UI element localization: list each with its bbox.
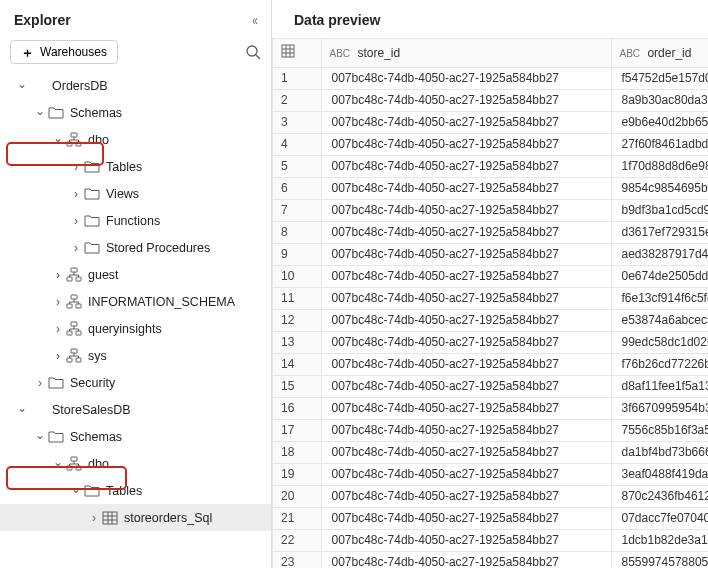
- cell-store-id[interactable]: 007bc48c-74db-4050-ac27-1925a584bb27: [321, 331, 611, 353]
- search-icon[interactable]: [245, 44, 261, 60]
- cell-order-id[interactable]: 8a9b30ac80da3860: [611, 89, 708, 111]
- row-number-cell[interactable]: 7: [273, 199, 321, 221]
- cell-order-id[interactable]: f6e13cf914f6c5fdc: [611, 287, 708, 309]
- row-number-cell[interactable]: 21: [273, 507, 321, 529]
- row-number-cell[interactable]: 12: [273, 309, 321, 331]
- row-number-cell[interactable]: 1: [273, 67, 321, 89]
- table-row[interactable]: 21007bc48c-74db-4050-ac27-1925a584bb2707…: [273, 507, 708, 529]
- cell-store-id[interactable]: 007bc48c-74db-4050-ac27-1925a584bb27: [321, 133, 611, 155]
- row-number-cell[interactable]: 10: [273, 265, 321, 287]
- cell-order-id[interactable]: 7556c85b16f3a5e8: [611, 419, 708, 441]
- row-number-cell[interactable]: 16: [273, 397, 321, 419]
- data-preview-grid[interactable]: ABC store_id ABC order_id 1007bc48c-74db…: [272, 38, 708, 568]
- tree-node-ordersdb-dbo-views[interactable]: Views: [0, 180, 271, 207]
- cell-order-id[interactable]: 870c2436fb461222: [611, 485, 708, 507]
- table-row[interactable]: 1007bc48c-74db-4050-ac27-1925a584bb27f54…: [273, 67, 708, 89]
- cell-store-id[interactable]: 007bc48c-74db-4050-ac27-1925a584bb27: [321, 551, 611, 568]
- table-row[interactable]: 3007bc48c-74db-4050-ac27-1925a584bb27e9b…: [273, 111, 708, 133]
- cell-order-id[interactable]: 1dcb1b82de3a13d2: [611, 529, 708, 551]
- tree-node-storesalesdb[interactable]: StoreSalesDB: [0, 396, 271, 423]
- row-number-cell[interactable]: 15: [273, 375, 321, 397]
- table-row[interactable]: 14007bc48c-74db-4050-ac27-1925a584bb27f7…: [273, 353, 708, 375]
- column-header-order-id[interactable]: ABC order_id: [611, 39, 708, 67]
- tree-node-storesalesdb-dbo-tables[interactable]: Tables: [0, 477, 271, 504]
- row-number-cell[interactable]: 17: [273, 419, 321, 441]
- cell-store-id[interactable]: 007bc48c-74db-4050-ac27-1925a584bb27: [321, 155, 611, 177]
- table-row[interactable]: 5007bc48c-74db-4050-ac27-1925a584bb271f7…: [273, 155, 708, 177]
- row-number-cell[interactable]: 18: [273, 441, 321, 463]
- cell-store-id[interactable]: 007bc48c-74db-4050-ac27-1925a584bb27: [321, 221, 611, 243]
- tree-node-ordersdb-dbo-functions[interactable]: Functions: [0, 207, 271, 234]
- row-number-cell[interactable]: 2: [273, 89, 321, 111]
- chevron-right-icon[interactable]: [52, 322, 64, 336]
- cell-order-id[interactable]: b9df3ba1cd5cd93a: [611, 199, 708, 221]
- collapse-panel-icon[interactable]: «: [252, 12, 257, 28]
- chevron-down-icon[interactable]: [34, 106, 46, 120]
- cell-store-id[interactable]: 007bc48c-74db-4050-ac27-1925a584bb27: [321, 485, 611, 507]
- row-number-cell[interactable]: 13: [273, 331, 321, 353]
- cell-store-id[interactable]: 007bc48c-74db-4050-ac27-1925a584bb27: [321, 89, 611, 111]
- chevron-right-icon[interactable]: [70, 187, 82, 201]
- table-row[interactable]: 8007bc48c-74db-4050-ac27-1925a584bb27d36…: [273, 221, 708, 243]
- table-row[interactable]: 4007bc48c-74db-4050-ac27-1925a584bb2727f…: [273, 133, 708, 155]
- table-row[interactable]: 23007bc48c-74db-4050-ac27-1925a584bb2785…: [273, 551, 708, 568]
- cell-order-id[interactable]: 27f60f8461adbd6f: [611, 133, 708, 155]
- tree-node-ordersdb-guest[interactable]: guest: [0, 261, 271, 288]
- cell-store-id[interactable]: 007bc48c-74db-4050-ac27-1925a584bb27: [321, 199, 611, 221]
- table-row[interactable]: 15007bc48c-74db-4050-ac27-1925a584bb27d8…: [273, 375, 708, 397]
- tree-node-ordersdb-dbo-tables[interactable]: Tables: [0, 153, 271, 180]
- cell-store-id[interactable]: 007bc48c-74db-4050-ac27-1925a584bb27: [321, 441, 611, 463]
- tree-node-ordersdb-security[interactable]: Security: [0, 369, 271, 396]
- cell-store-id[interactable]: 007bc48c-74db-4050-ac27-1925a584bb27: [321, 287, 611, 309]
- add-warehouse-button[interactable]: ＋ Warehouses: [10, 40, 118, 64]
- chevron-down-icon[interactable]: [34, 430, 46, 444]
- tree-node-storesalesdb-dbo[interactable]: dbo: [0, 450, 271, 477]
- cell-order-id[interactable]: d3617ef729315e39: [611, 221, 708, 243]
- cell-order-id[interactable]: f54752d5e157d03f6: [611, 67, 708, 89]
- chevron-down-icon[interactable]: [16, 79, 28, 93]
- chevron-right-icon[interactable]: [70, 214, 82, 228]
- tree-node-storesalesdb-storeorders[interactable]: storeorders_Sql: [0, 504, 271, 531]
- chevron-right-icon[interactable]: [88, 511, 100, 525]
- row-number-cell[interactable]: 5: [273, 155, 321, 177]
- row-number-cell[interactable]: 19: [273, 463, 321, 485]
- chevron-right-icon[interactable]: [52, 295, 64, 309]
- table-row[interactable]: 11007bc48c-74db-4050-ac27-1925a584bb27f6…: [273, 287, 708, 309]
- cell-order-id[interactable]: da1bf4bd73b666e0: [611, 441, 708, 463]
- chevron-down-icon[interactable]: [52, 457, 64, 471]
- cell-order-id[interactable]: 99edc58dc1d02b1f: [611, 331, 708, 353]
- tree-node-ordersdb-schemas[interactable]: Schemas: [0, 99, 271, 126]
- row-number-cell[interactable]: 6: [273, 177, 321, 199]
- tree-node-ordersdb[interactable]: OrdersDB: [0, 72, 271, 99]
- cell-order-id[interactable]: 8559974578805e3: [611, 551, 708, 568]
- cell-store-id[interactable]: 007bc48c-74db-4050-ac27-1925a584bb27: [321, 243, 611, 265]
- table-row[interactable]: 20007bc48c-74db-4050-ac27-1925a584bb2787…: [273, 485, 708, 507]
- corner-cell[interactable]: [273, 39, 321, 67]
- cell-order-id[interactable]: 3f6670995954b34c: [611, 397, 708, 419]
- cell-order-id[interactable]: aed38287917d46c0: [611, 243, 708, 265]
- table-row[interactable]: 12007bc48c-74db-4050-ac27-1925a584bb27e5…: [273, 309, 708, 331]
- table-row[interactable]: 9007bc48c-74db-4050-ac27-1925a584bb27aed…: [273, 243, 708, 265]
- table-row[interactable]: 16007bc48c-74db-4050-ac27-1925a584bb273f…: [273, 397, 708, 419]
- cell-order-id[interactable]: f76b26cd77226ba5: [611, 353, 708, 375]
- tree-node-storesalesdb-schemas[interactable]: Schemas: [0, 423, 271, 450]
- table-row[interactable]: 10007bc48c-74db-4050-ac27-1925a584bb270e…: [273, 265, 708, 287]
- cell-order-id[interactable]: 07dacc7fe07040f20: [611, 507, 708, 529]
- cell-store-id[interactable]: 007bc48c-74db-4050-ac27-1925a584bb27: [321, 309, 611, 331]
- tree-node-ordersdb-queryinsights[interactable]: queryinsights: [0, 315, 271, 342]
- table-row[interactable]: 2007bc48c-74db-4050-ac27-1925a584bb278a9…: [273, 89, 708, 111]
- cell-order-id[interactable]: 3eaf0488f419dab6: [611, 463, 708, 485]
- cell-store-id[interactable]: 007bc48c-74db-4050-ac27-1925a584bb27: [321, 397, 611, 419]
- chevron-down-icon[interactable]: [70, 484, 82, 498]
- cell-store-id[interactable]: 007bc48c-74db-4050-ac27-1925a584bb27: [321, 375, 611, 397]
- table-row[interactable]: 19007bc48c-74db-4050-ac27-1925a584bb273e…: [273, 463, 708, 485]
- row-number-cell[interactable]: 22: [273, 529, 321, 551]
- row-number-cell[interactable]: 9: [273, 243, 321, 265]
- row-number-cell[interactable]: 3: [273, 111, 321, 133]
- cell-store-id[interactable]: 007bc48c-74db-4050-ac27-1925a584bb27: [321, 177, 611, 199]
- cell-order-id[interactable]: d8af11fee1f5a13bf: [611, 375, 708, 397]
- cell-store-id[interactable]: 007bc48c-74db-4050-ac27-1925a584bb27: [321, 265, 611, 287]
- tree-node-ordersdb-dbo[interactable]: dbo: [0, 126, 271, 153]
- row-number-cell[interactable]: 8: [273, 221, 321, 243]
- table-row[interactable]: 13007bc48c-74db-4050-ac27-1925a584bb2799…: [273, 331, 708, 353]
